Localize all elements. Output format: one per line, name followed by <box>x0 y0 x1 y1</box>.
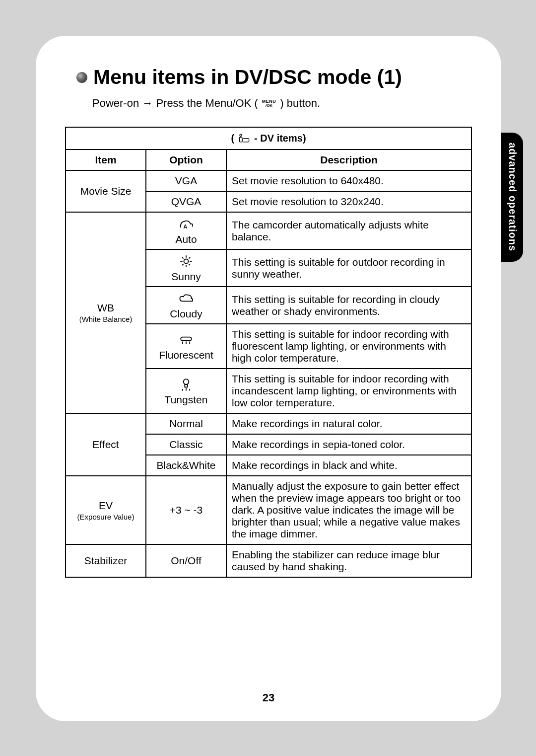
option-fluorescent: Fluorescent <box>146 324 226 369</box>
desc-ev: Manually adjust the exposure to gain bet… <box>226 476 471 544</box>
svg-rect-2 <box>243 139 249 142</box>
option-bw: Black&White <box>146 455 226 476</box>
side-tab: advanced operations <box>501 133 523 262</box>
table-row: Stabilizer On/Off Enabling the stabilize… <box>66 544 471 577</box>
instruction-post: ) button. <box>280 97 320 110</box>
fluorescent-icon <box>177 332 195 347</box>
svg-point-17 <box>184 379 189 384</box>
desc-stabilizer: Enabling the stabilizer can reduce image… <box>226 544 471 577</box>
table-caption: ( - DV items) <box>66 127 471 150</box>
option-tungsten: Tungsten <box>146 369 226 413</box>
tungsten-icon <box>177 377 195 392</box>
camcorder-icon <box>237 133 251 144</box>
desc-classic: Make recordings in sepia-toned color. <box>226 434 471 455</box>
paper: advanced operations Menu items in DV/DSC… <box>36 36 501 721</box>
col-option: Option <box>146 150 226 170</box>
svg-text:A: A <box>184 224 188 229</box>
page: advanced operations Menu items in DV/DSC… <box>0 0 536 756</box>
col-item: Item <box>66 150 146 170</box>
sun-icon <box>177 254 195 269</box>
page-number: 23 <box>36 691 501 704</box>
option-normal: Normal <box>146 413 226 434</box>
wb-auto-icon: A <box>177 217 195 231</box>
desc-auto: The camcorder automatically adjusts whit… <box>226 212 471 249</box>
item-wb: WB (White Balance) <box>66 212 146 413</box>
svg-rect-13 <box>181 337 192 340</box>
option-qvga: QVGA <box>146 191 226 212</box>
svg-line-12 <box>182 264 184 265</box>
svg-rect-1 <box>239 137 242 142</box>
cloud-icon <box>177 291 195 306</box>
svg-rect-18 <box>185 384 187 387</box>
col-description: Description <box>226 150 471 170</box>
item-movie-size: Movie Size <box>66 170 146 212</box>
desc-bw: Make recordings in black and white. <box>226 455 471 476</box>
desc-fluorescent: This setting is suitable for indoor reco… <box>226 324 471 369</box>
instruction-pre: Power-on → Press the Menu/OK ( <box>92 97 258 110</box>
desc-cloudy: This setting is suitable for recording i… <box>226 287 471 324</box>
menu-ok-icon: MENU/OK <box>261 99 277 108</box>
svg-line-10 <box>189 264 190 265</box>
svg-point-0 <box>240 134 242 136</box>
desc-tungsten: This setting is suitable for indoor reco… <box>226 369 471 413</box>
table-row: Effect Normal Make recordings in natural… <box>66 413 471 434</box>
svg-line-11 <box>189 257 190 259</box>
option-cloudy: Cloudy <box>146 287 226 324</box>
item-effect: Effect <box>66 413 146 476</box>
option-classic: Classic <box>146 434 226 455</box>
instruction-line: Power-on → Press the Menu/OK ( MENU/OK )… <box>92 97 474 110</box>
option-sunny: Sunny <box>146 249 226 287</box>
item-ev: EV (Exposure Value) <box>66 476 146 544</box>
item-stabilizer: Stabilizer <box>66 544 146 577</box>
desc-qvga: Set movie resolution to 320x240. <box>226 191 471 212</box>
table-row: Movie Size VGA Set movie resolution to 6… <box>66 170 471 191</box>
svg-point-4 <box>184 259 189 264</box>
desc-normal: Make recordings in natural color. <box>226 413 471 434</box>
option-ev: +3 ~ -3 <box>146 476 226 544</box>
table-row: EV (Exposure Value) +3 ~ -3 Manually adj… <box>66 476 471 544</box>
desc-vga: Set movie resolution to 640x480. <box>226 170 471 191</box>
option-vga: VGA <box>146 170 226 191</box>
side-tab-label: advanced operations <box>507 143 518 251</box>
title-text: Menu items in DV/DSC mode (1) <box>93 66 402 89</box>
option-stabilizer: On/Off <box>146 544 226 577</box>
dv-items-table: ( - DV items) Item Option <box>65 127 472 578</box>
title-bullet-icon <box>76 72 87 83</box>
desc-sunny: This setting is suitable for outdoor rec… <box>226 249 471 287</box>
svg-line-9 <box>182 257 184 259</box>
option-auto: A Auto <box>146 212 226 249</box>
page-title: Menu items in DV/DSC mode (1) <box>76 66 474 89</box>
table-row: WB (White Balance) A Auto The camcorder … <box>66 212 471 249</box>
